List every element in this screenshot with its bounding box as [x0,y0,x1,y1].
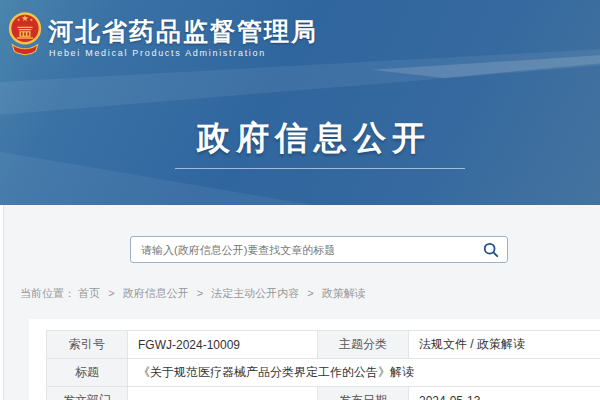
table-row: 发文部门 发布日期 2024-05-13 [47,387,600,400]
national-emblem-icon [8,7,42,60]
search-input[interactable] [130,236,508,263]
table-row: 标题 《关于规范医疗器械产品分类界定工作的公告》解读 [47,359,600,387]
breadcrumb-separator: > [307,287,313,299]
header-banner: 河北省药品监督管理局 Hebei Medical Products Admini… [0,0,600,205]
table-row: 索引号 FGWJ-2024-10009 主题分类 法规文件 / 政策解读 [47,331,600,359]
breadcrumb-item-policy-interpretation[interactable]: 政策解读 [322,287,366,299]
banner-page-title: 政府信息公开 [0,116,600,161]
breadcrumb: 当前位置： 首页 > 政府信息公开 > 法定主动公开内容 > 政策解读 [20,286,366,301]
issuing-department-value [128,387,318,400]
breadcrumb-separator: > [108,287,114,299]
agency-title: 河北省药品监督管理局 [48,15,318,48]
document-info-table: 索引号 FGWJ-2024-10009 主题分类 法规文件 / 政策解读 标题 … [46,330,600,400]
search-box [130,236,508,263]
breadcrumb-item-gov-info[interactable]: 政府信息公开 [123,287,189,299]
publish-date-label: 发布日期 [318,387,409,400]
search-icon [483,242,499,258]
breadcrumb-item-statutory-disclosure[interactable]: 法定主动公开内容 [211,287,299,299]
index-number-label: 索引号 [47,331,128,359]
subject-category-value: 法规文件 / 政策解读 [409,331,600,359]
banner-divider-line [175,168,465,169]
search-button[interactable] [482,241,500,259]
left-edge-strip [0,205,4,400]
index-number-value: FGWJ-2024-10009 [128,331,318,359]
breadcrumb-separator: > [197,287,203,299]
title-value: 《关于规范医疗器械产品分类界定工作的公告》解读 [128,359,600,387]
title-label: 标题 [47,359,128,387]
issuing-department-label: 发文部门 [47,387,128,400]
publish-date-value: 2024-05-13 [409,387,600,400]
breadcrumb-item-home[interactable]: 首页 [78,287,100,299]
agency-title-english: Hebei Medical Products Administration [49,48,266,58]
subject-category-label: 主题分类 [318,331,409,359]
page: 河北省药品监督管理局 Hebei Medical Products Admini… [0,0,600,400]
breadcrumb-prefix: 当前位置： [20,287,75,299]
